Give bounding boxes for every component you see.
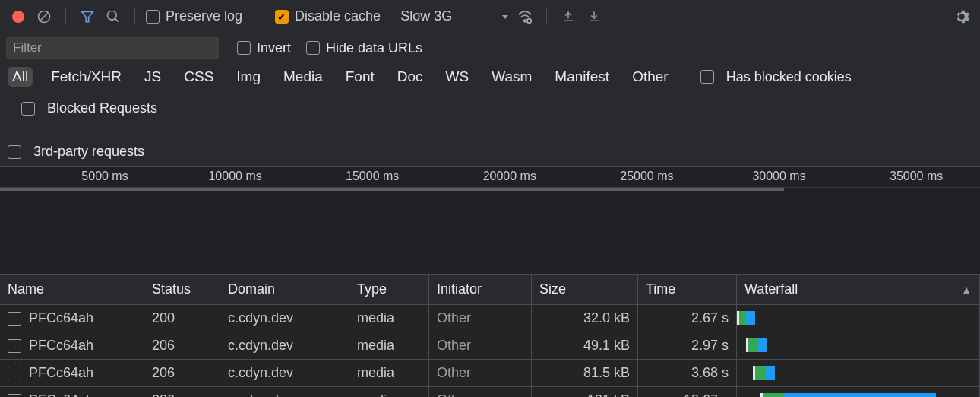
cell-name[interactable]: PFCc64ah bbox=[0, 305, 144, 332]
cell-domain[interactable]: c.cdyn.dev bbox=[220, 360, 349, 387]
cell-waterfall[interactable] bbox=[737, 387, 980, 397]
ruler-tick: 35000 ms bbox=[890, 170, 943, 183]
resource-icon bbox=[8, 367, 21, 380]
settings-button[interactable] bbox=[951, 6, 972, 27]
column-header-initiator[interactable]: Initiator bbox=[429, 275, 532, 305]
clear-button[interactable] bbox=[33, 6, 55, 27]
cell-type[interactable]: media bbox=[349, 360, 429, 387]
cell-size[interactable]: 49.1 kB bbox=[532, 332, 638, 360]
cell-domain[interactable]: c.cdyn.dev bbox=[220, 332, 349, 360]
hide-data-urls-label: Hide data URLs bbox=[326, 40, 422, 56]
type-tab-font[interactable]: Font bbox=[341, 67, 379, 87]
ruler-tick: 25000 ms bbox=[620, 170, 673, 183]
column-header-size[interactable]: Size bbox=[532, 275, 638, 305]
throttling-value: Slow 3G bbox=[400, 8, 452, 24]
divider bbox=[546, 8, 547, 25]
has-blocked-cookies-toggle[interactable]: Has blocked cookies bbox=[700, 69, 852, 85]
invert-label: Invert bbox=[257, 40, 291, 56]
cell-initiator[interactable]: Other bbox=[429, 360, 532, 387]
cell-waterfall[interactable] bbox=[737, 332, 980, 360]
column-header-domain[interactable]: Domain bbox=[220, 275, 349, 305]
svg-line-1 bbox=[40, 13, 48, 21]
cell-time[interactable]: 2.97 s bbox=[638, 332, 737, 360]
checkbox-icon bbox=[700, 70, 714, 84]
cell-name[interactable]: PFCc64ah bbox=[0, 360, 144, 387]
type-tab-img[interactable]: Img bbox=[232, 67, 265, 87]
cell-domain[interactable]: c.cdyn.dev bbox=[220, 305, 349, 332]
svg-marker-5 bbox=[502, 15, 508, 19]
cell-time[interactable]: 3.68 s bbox=[638, 360, 737, 387]
column-header-time[interactable]: Time bbox=[638, 275, 737, 305]
cell-initiator[interactable]: Other bbox=[429, 332, 532, 360]
preserve-log-toggle[interactable]: Preserve log bbox=[146, 8, 242, 24]
filter-icon[interactable] bbox=[77, 6, 98, 27]
search-icon[interactable] bbox=[103, 6, 124, 27]
cell-initiator[interactable]: Other bbox=[429, 305, 532, 332]
cell-type[interactable]: media bbox=[349, 332, 429, 360]
cell-type[interactable]: media bbox=[349, 387, 429, 397]
type-tab-css[interactable]: CSS bbox=[179, 67, 218, 87]
divider bbox=[264, 8, 264, 25]
cell-size[interactable]: 32.0 kB bbox=[532, 305, 638, 332]
cell-domain[interactable]: c.cdyn.dev bbox=[220, 387, 349, 397]
ruler-tick: 10000 ms bbox=[208, 170, 261, 183]
hide-data-urls-toggle[interactable]: Hide data URLs bbox=[306, 40, 422, 56]
svg-line-4 bbox=[115, 18, 119, 21]
invert-toggle[interactable]: Invert bbox=[237, 40, 291, 56]
cell-status[interactable]: 206 bbox=[144, 360, 220, 387]
cell-status[interactable]: 200 bbox=[144, 305, 220, 332]
type-tab-other[interactable]: Other bbox=[628, 67, 673, 87]
resource-icon bbox=[8, 339, 21, 353]
cell-time[interactable]: 2.67 s bbox=[638, 305, 737, 332]
cell-size[interactable]: 81.5 kB bbox=[532, 360, 638, 387]
ruler-tick: 5000 ms bbox=[81, 170, 128, 183]
network-toolbar: Preserve log Disable cache Slow 3G bbox=[0, 0, 980, 33]
cell-status[interactable]: 206 bbox=[144, 387, 220, 397]
filter-input[interactable] bbox=[6, 37, 219, 59]
cell-name[interactable]: PFCc64ah bbox=[0, 387, 144, 397]
cell-status[interactable]: 206 bbox=[144, 332, 220, 360]
cell-time[interactable]: 19.67 s bbox=[638, 387, 737, 397]
preserve-log-label: Preserve log bbox=[166, 8, 242, 24]
record-button[interactable] bbox=[8, 6, 29, 27]
cell-name[interactable]: PFCc64ah bbox=[0, 332, 144, 360]
type-tab-js[interactable]: JS bbox=[140, 67, 166, 87]
column-header-name[interactable]: Name bbox=[0, 275, 144, 305]
type-tab-doc[interactable]: Doc bbox=[393, 67, 428, 87]
export-har-button[interactable] bbox=[583, 6, 605, 27]
type-tab-fetch-xhr[interactable]: Fetch/XHR bbox=[46, 67, 126, 87]
chevron-down-icon bbox=[501, 12, 510, 21]
svg-rect-9 bbox=[590, 20, 599, 21]
checkbox-icon bbox=[21, 102, 35, 116]
type-tab-wasm[interactable]: Wasm bbox=[487, 67, 536, 87]
type-tab-manifest[interactable]: Manifest bbox=[550, 67, 614, 87]
disable-cache-toggle[interactable]: Disable cache bbox=[275, 8, 381, 24]
third-party-toggle[interactable]: 3rd-party requests bbox=[8, 144, 144, 160]
disable-cache-label: Disable cache bbox=[295, 8, 381, 24]
type-tab-ws[interactable]: WS bbox=[441, 67, 474, 87]
cell-initiator[interactable]: Other bbox=[429, 387, 532, 397]
timeline-body bbox=[0, 188, 980, 272]
import-har-button[interactable] bbox=[558, 6, 579, 27]
throttling-select[interactable]: Slow 3G bbox=[400, 8, 510, 24]
network-conditions-icon[interactable] bbox=[514, 6, 536, 27]
type-tab-media[interactable]: Media bbox=[279, 67, 327, 87]
column-header-type[interactable]: Type bbox=[349, 275, 429, 305]
resource-icon bbox=[8, 394, 21, 398]
timeline-overview[interactable]: 5000 ms10000 ms15000 ms20000 ms25000 ms3… bbox=[0, 167, 980, 275]
column-header-waterfall[interactable]: Waterfall▲ bbox=[737, 275, 980, 305]
cell-type[interactable]: media bbox=[349, 305, 429, 332]
ruler-tick: 30000 ms bbox=[752, 170, 805, 183]
cell-size[interactable]: 131 kB bbox=[532, 387, 638, 397]
svg-rect-8 bbox=[564, 20, 573, 21]
blocked-requests-toggle[interactable]: Blocked Requests bbox=[21, 100, 157, 116]
divider bbox=[65, 8, 66, 25]
cell-waterfall[interactable] bbox=[737, 305, 980, 332]
column-header-status[interactable]: Status bbox=[144, 275, 220, 305]
svg-point-6 bbox=[524, 20, 526, 22]
type-tab-all[interactable]: All bbox=[8, 67, 33, 87]
checkbox-icon bbox=[237, 41, 251, 55]
cell-waterfall[interactable] bbox=[737, 360, 980, 387]
timeline-ruler: 5000 ms10000 ms15000 ms20000 ms25000 ms3… bbox=[0, 167, 980, 188]
ruler-tick: 20000 ms bbox=[483, 170, 536, 183]
